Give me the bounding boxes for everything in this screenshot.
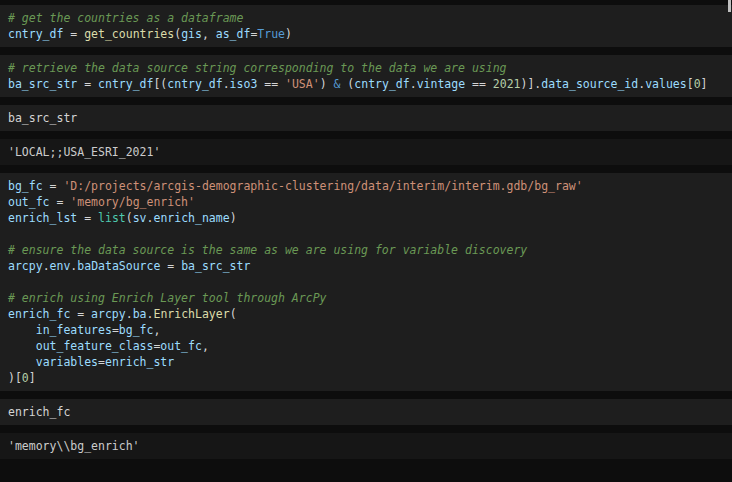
token-op: ]	[29, 371, 36, 385]
token-v: in_features	[36, 323, 112, 337]
token-op: (	[230, 307, 237, 321]
code-line: enrich_fc = arcpy.ba.EnrichLayer(	[8, 306, 724, 322]
code-line: bg_fc = 'D:/projects/arcgis-demographic-…	[8, 178, 724, 194]
token-op: =	[50, 195, 71, 209]
code-line: variables=enrich_str	[8, 354, 724, 370]
token-v: as_df	[216, 27, 251, 41]
token-v: out_fc	[160, 339, 202, 353]
token-v: ba_src_str	[181, 259, 250, 273]
code-line	[8, 274, 724, 290]
token-v: values	[645, 77, 687, 91]
token-pl: ba_src_str	[8, 111, 77, 125]
token-v: gis	[181, 27, 202, 41]
token-str: 'USA'	[285, 77, 320, 91]
token-op: )].	[521, 77, 542, 91]
code-line: # enrich using Enrich Layer tool through…	[8, 290, 724, 306]
token-kw: True	[257, 27, 285, 41]
code-line: ba_src_str	[8, 110, 724, 126]
token-op: =	[70, 307, 91, 321]
token-v: enrich_str	[105, 355, 174, 369]
token-v: cntry_df	[8, 27, 63, 41]
code-line: cntry_df = get_countries(gis, as_df=True…	[8, 26, 724, 42]
token-op: )	[320, 77, 334, 91]
code-line: # get the countries as a dataframe	[8, 10, 724, 26]
token-v: out_feature_class	[36, 339, 154, 353]
token-op: (	[340, 77, 354, 91]
token-cm: # retrieve the data source string corres…	[8, 61, 507, 75]
token-op: ==	[465, 77, 493, 91]
code-line: )[0]	[8, 370, 724, 386]
token-op: ]	[701, 77, 708, 91]
token-op: ,	[202, 339, 209, 353]
token-v: iso3	[230, 77, 258, 91]
token-num: 0	[694, 77, 701, 91]
token-op: )[	[8, 371, 22, 385]
code-line: # ensure the data source is the same as …	[8, 242, 724, 258]
token-num: 0	[22, 371, 29, 385]
code-line: # retrieve the data source string corres…	[8, 60, 724, 76]
token-cls: list	[98, 211, 126, 225]
token-v: enrich_name	[153, 211, 229, 225]
code-cell[interactable]: ba_src_str	[0, 105, 732, 131]
token-op: =	[63, 27, 84, 41]
token-v: bg_fc	[8, 179, 43, 193]
token-op: ,	[202, 27, 216, 41]
token-op: =	[77, 77, 98, 91]
code-cell[interactable]: # retrieve the data source string corres…	[0, 55, 732, 97]
code-line: out_feature_class=out_fc,	[8, 338, 724, 354]
scrollbar-thumb[interactable]	[728, 0, 731, 12]
code-line	[8, 226, 724, 242]
token-op: =	[112, 323, 119, 337]
token-v: data_source_id	[541, 77, 638, 91]
token-op: .	[410, 77, 417, 91]
token-str: 'memory/bg_enrich'	[70, 195, 195, 209]
token-v: baDataSource	[77, 259, 160, 273]
token-op: ,	[153, 323, 160, 337]
code-line: arcpy.env.baDataSource = ba_src_str	[8, 258, 724, 274]
token-v: arcpy	[8, 259, 43, 273]
output-cell: 'memory\\bg_enrich'	[0, 433, 732, 459]
output-cell: 'LOCAL;;USA_ESRI_2021'	[0, 139, 732, 165]
token-op: ==	[257, 77, 285, 91]
token-cm: # enrich using Enrich Layer tool through…	[8, 291, 327, 305]
code-line: in_features=bg_fc,	[8, 322, 724, 338]
token-op: =	[98, 355, 105, 369]
token-op: [	[687, 77, 694, 91]
token-op: .	[223, 77, 230, 91]
token-v: variables	[36, 355, 98, 369]
token-op: )	[230, 211, 237, 225]
token-v: vintage	[417, 77, 465, 91]
token-op: .	[126, 307, 133, 321]
token-op	[8, 339, 36, 353]
code-cell[interactable]: bg_fc = 'D:/projects/arcgis-demographic-…	[0, 173, 732, 391]
token-op: =	[43, 179, 64, 193]
token-op: .	[43, 259, 50, 273]
notebook: # get the countries as a dataframecntry_…	[0, 0, 732, 459]
token-v: arcpy	[91, 307, 126, 321]
token-fn: EnrichLayer	[153, 307, 229, 321]
token-cm: # ensure the data source is the same as …	[8, 243, 527, 257]
token-op	[8, 355, 36, 369]
token-out: 'memory\\bg_enrich'	[8, 439, 140, 453]
token-v: sv	[133, 211, 147, 225]
token-cm: # get the countries as a dataframe	[8, 11, 243, 25]
token-num: 2021	[493, 77, 521, 91]
token-pl: enrich_fc	[8, 405, 70, 419]
token-op: =	[160, 259, 181, 273]
code-cell[interactable]: enrich_fc	[0, 399, 732, 425]
token-v: cntry_df	[167, 77, 222, 91]
token-v: cntry_df	[354, 77, 409, 91]
token-v: bg_fc	[119, 323, 154, 337]
token-v: enrich_fc	[8, 307, 70, 321]
code-line: enrich_fc	[8, 404, 724, 420]
code-line: out_fc = 'memory/bg_enrich'	[8, 194, 724, 210]
token-op: =	[77, 211, 98, 225]
token-str: 'D:/projects/arcgis-demographic-clusteri…	[63, 179, 582, 193]
token-v: out_fc	[8, 195, 50, 209]
token-op: [(	[153, 77, 167, 91]
token-op	[8, 323, 36, 337]
token-v: env	[50, 259, 71, 273]
code-cell[interactable]: # get the countries as a dataframecntry_…	[0, 5, 732, 47]
code-line: ba_src_str = cntry_df[(cntry_df.iso3 == …	[8, 76, 724, 92]
code-line: enrich_lst = list(sv.enrich_name)	[8, 210, 724, 226]
